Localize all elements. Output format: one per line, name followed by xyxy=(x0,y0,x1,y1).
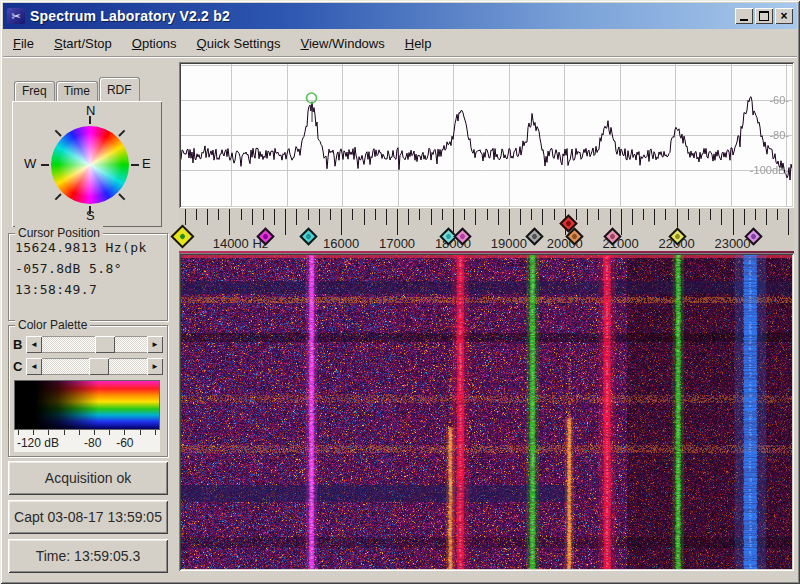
marker-center-dot xyxy=(609,232,616,239)
frequency-ruler[interactable]: 14000 Hz16000170001800019000200002100022… xyxy=(179,208,794,253)
ruler-tick xyxy=(285,209,286,235)
scrollbar-left-arrow-icon[interactable]: ◄ xyxy=(26,336,42,353)
ruler-tick xyxy=(621,209,622,235)
maximize-button[interactable] xyxy=(755,8,773,24)
marker-center-dot xyxy=(571,232,578,239)
maximize-icon xyxy=(759,11,769,21)
ruler-tick xyxy=(665,209,666,220)
palette-scale-tick xyxy=(140,430,141,435)
ruler-tick xyxy=(464,209,465,220)
ruler-tick xyxy=(733,209,734,235)
menu-help[interactable]: Help xyxy=(395,34,442,53)
menu-start-stop[interactable]: Start/Stop xyxy=(44,34,122,53)
rdf-compass: N E S W xyxy=(14,103,160,225)
ruler-tick xyxy=(229,209,230,235)
sidebar-tabstrip: FreqTimeRDF xyxy=(14,79,141,101)
ruler-tick xyxy=(308,209,309,220)
frequency-marker-diamond[interactable] xyxy=(526,227,544,245)
ruler-tick xyxy=(252,209,253,225)
marker-center-dot xyxy=(565,219,572,226)
ruler-tick xyxy=(498,209,499,225)
ruler-tick xyxy=(475,209,476,225)
scrollbar-left-arrow-icon[interactable]: ◄ xyxy=(26,358,42,375)
status-time-button[interactable]: Time: 13:59:05.3 xyxy=(8,539,168,573)
ruler-tick xyxy=(296,209,297,225)
minimize-icon xyxy=(740,19,748,21)
spectrum-canvas[interactable] xyxy=(181,64,792,206)
marker-center-dot xyxy=(459,232,466,239)
scrollbar-thumb[interactable] xyxy=(89,358,109,375)
ruler-tick xyxy=(710,209,711,220)
ruler-tick xyxy=(375,209,376,220)
tab-time[interactable]: Time xyxy=(56,81,98,101)
palette-scale-tick xyxy=(64,430,65,435)
ruler-tick xyxy=(598,209,599,220)
ruler-tick xyxy=(520,209,521,225)
ruler-tick xyxy=(241,209,242,220)
palette-gradient-bar[interactable] xyxy=(14,380,160,430)
ruler-tick xyxy=(263,209,264,220)
ruler-tick xyxy=(207,209,208,225)
cursor-time-value: 13:58:49.7 xyxy=(9,276,167,297)
ruler-tick xyxy=(352,209,353,220)
palette-scrollbar-b[interactable]: ◄► xyxy=(26,336,163,353)
palette-slider-label-c: C xyxy=(13,359,26,374)
ruler-tick xyxy=(699,209,700,225)
ruler-tick xyxy=(542,209,543,225)
ruler-tick xyxy=(643,209,644,220)
ruler-frequency-label: 16000 xyxy=(323,236,359,251)
marker-center-dot xyxy=(305,232,312,239)
ruler-tick xyxy=(419,209,420,220)
scrollbar-right-arrow-icon[interactable]: ► xyxy=(147,336,163,353)
scrollbar-right-arrow-icon[interactable]: ► xyxy=(147,358,163,375)
palette-scale-label: -60 xyxy=(116,436,133,450)
ruler-tick xyxy=(688,209,689,220)
ruler-tick xyxy=(744,209,745,225)
minimize-button[interactable] xyxy=(735,8,753,24)
marker-center-dot xyxy=(531,232,538,239)
status-acquisition-button[interactable]: Acquisition ok xyxy=(8,461,168,495)
rdf-color-wheel[interactable] xyxy=(51,126,129,204)
menu-bar: FileStart/StopOptionsQuick SettingsView/… xyxy=(3,31,797,56)
compass-tick xyxy=(55,193,62,200)
menu-file[interactable]: File xyxy=(3,34,44,53)
menu-quick-settings[interactable]: Quick Settings xyxy=(187,34,291,53)
title-bar[interactable]: ✂ Spectrum Laboratory V2.2 b2 × xyxy=(3,3,797,29)
compass-tick xyxy=(89,116,91,124)
ruler-tick xyxy=(218,209,219,220)
ruler-tick xyxy=(397,209,398,235)
cursor-position-group: Cursor Position 15624.9813 Hz(pk -057.8d… xyxy=(8,233,168,321)
palette-scale-tick xyxy=(33,430,34,435)
ruler-tick xyxy=(341,209,342,235)
scrollbar-thumb[interactable] xyxy=(95,336,115,353)
ruler-tick xyxy=(755,209,756,220)
palette-scrollbar-c[interactable]: ◄► xyxy=(26,358,163,375)
ruler-tick xyxy=(330,209,331,220)
ruler-frequency-label: 17000 xyxy=(379,236,415,251)
cursor-level-value: -057.8dB 5.8° xyxy=(9,255,167,276)
frequency-marker-diamond[interactable] xyxy=(171,224,195,248)
palette-scale-label: -120 dB xyxy=(17,436,59,450)
compass-tick xyxy=(55,130,62,137)
rdf-compass-panel: N E S W xyxy=(12,101,162,227)
frequency-marker-diamond[interactable] xyxy=(300,227,318,245)
ruler-tick xyxy=(185,209,186,225)
palette-scale-tick xyxy=(94,430,95,435)
menu-options[interactable]: Options xyxy=(122,34,187,53)
ruler-tick xyxy=(777,209,778,220)
ruler-tick xyxy=(766,209,767,225)
tab-freq[interactable]: Freq xyxy=(14,81,55,101)
tab-rdf[interactable]: RDF xyxy=(99,77,140,101)
palette-scale-tick xyxy=(48,430,49,435)
marker-center-dot xyxy=(674,232,681,239)
waterfall-canvas[interactable] xyxy=(181,255,792,569)
marker-center-dot xyxy=(445,232,452,239)
marker-center-dot xyxy=(179,232,186,239)
compass-tick xyxy=(89,206,91,214)
status-capture-button[interactable]: Capt 03-08-17 13:59:05 xyxy=(8,500,168,534)
palette-slider-label-b: B xyxy=(13,337,26,352)
close-button[interactable]: × xyxy=(775,8,793,24)
cursor-position-title: Cursor Position xyxy=(15,226,103,240)
menu-view-windows[interactable]: View/Windows xyxy=(290,34,394,53)
compass-west-label: W xyxy=(24,156,36,171)
